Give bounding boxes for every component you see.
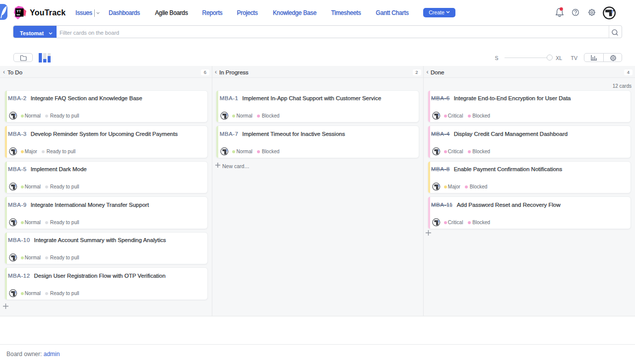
svg-text:YT: YT — [16, 9, 21, 13]
